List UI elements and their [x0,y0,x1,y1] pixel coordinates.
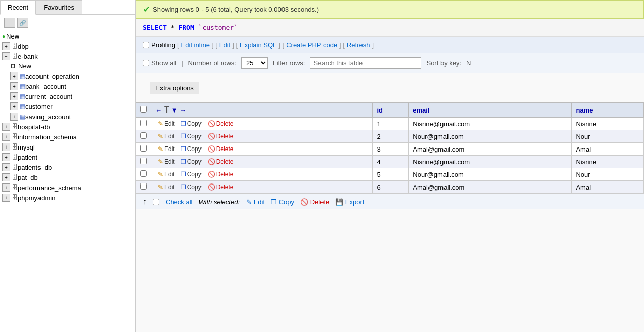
explain-sql-link[interactable]: Explain SQL [240,41,276,49]
footer-delete-link[interactable]: 🚫 Delete [300,198,329,206]
edit-button[interactable]: ✎ Edit [155,132,177,140]
copy-button[interactable]: ❒ Copy [178,120,204,128]
th-name[interactable]: name [572,103,644,118]
delete-button[interactable]: 🚫 Delete [205,183,236,191]
row-checkbox-cell [136,181,151,194]
table-row: ✎ Edit ❒ Copy 🚫 Delete 2 Nour@gmail.com … [136,130,644,143]
th-id[interactable]: id [373,103,409,118]
sidebar-item-patient[interactable]: + 🗄 patient [0,152,135,162]
toggle-icon[interactable]: + [2,173,10,181]
success-icon: ✔ [143,5,150,14]
row-checkbox[interactable] [140,132,147,139]
row-checkbox-cell [136,130,151,143]
collapse-tool-button[interactable]: − [4,18,15,28]
toggle-icon[interactable]: + [2,153,10,161]
create-php-code-link[interactable]: Create PHP code [286,41,337,49]
row-checkbox[interactable] [140,120,147,126]
row-checkbox[interactable] [140,183,147,190]
copy-button[interactable]: ❒ Copy [178,170,204,178]
toggle-icon[interactable]: + [2,183,10,192]
copy-button[interactable]: ❒ Copy [178,132,204,140]
sidebar-item-label: New [6,32,19,40]
delete-button[interactable]: 🚫 Delete [205,120,236,128]
main-content: ✔ Showing rows 0 - 5 (6 total, Query too… [136,0,644,332]
copy-button[interactable]: ❒ Copy [178,183,204,191]
cell-name: Nour [572,168,644,181]
sidebar-item-new-top[interactable]: ● New [0,31,135,41]
toggle-icon[interactable]: + [10,113,18,121]
num-rows-select[interactable]: 25 50 100 250 500 [242,57,268,69]
th-email[interactable]: email [409,103,572,118]
footer-copy-link[interactable]: ❒ Copy [271,198,294,206]
edit-inline-link[interactable]: Edit inline [181,41,210,49]
toggle-icon[interactable]: + [2,123,10,131]
sidebar-item-account-operation[interactable]: + ▦ account_operation [0,71,135,81]
sidebar-item-dbp[interactable]: + 🗄 dbp [0,41,135,51]
sidebar-item-new-ebank[interactable]: 🗓 New [0,61,135,71]
profiling-checkbox[interactable] [143,42,149,48]
sidebar-item-performance-schema[interactable]: + 🗄 performance_schema [0,182,135,193]
toggle-icon[interactable]: + [10,92,18,100]
edit-button[interactable]: ✎ Edit [155,145,177,153]
edit-button[interactable]: ✎ Edit [155,120,177,128]
row-checkbox[interactable] [140,158,147,164]
delete-button[interactable]: 🚫 Delete [205,132,236,140]
edit-button[interactable]: ✎ Edit [155,183,177,191]
delete-button[interactable]: 🚫 Delete [205,170,236,178]
copy-button[interactable]: ❒ Copy [178,145,204,153]
tab-recent[interactable]: Recent [0,0,36,15]
copy-button[interactable]: ❒ Copy [178,158,204,166]
toggle-icon[interactable]: + [2,194,10,202]
sidebar-item-label: performance_schema [18,184,82,192]
edit-button[interactable]: ✎ Edit [155,170,177,178]
toggle-icon[interactable]: + [10,82,18,90]
sidebar-item-ebank[interactable]: − 🗄 e-bank [0,51,135,61]
toggle-icon[interactable]: + [10,72,18,80]
sidebar-item-information-schema[interactable]: + 🗄 information_schema [0,132,135,142]
sidebar-item-bank-account[interactable]: + ▦ bank_account [0,81,135,91]
search-input[interactable] [310,57,421,69]
copy-icon: ❒ [271,198,277,206]
sidebar-item-patients-db[interactable]: + 🗄 patients_db [0,162,135,172]
sidebar-item-label: phpmyadmin [18,194,55,202]
sidebar-item-label: pat_db [18,174,38,181]
edit-button[interactable]: ✎ Edit [155,158,177,166]
delete-button[interactable]: 🚫 Delete [205,158,236,166]
check-all-footer-checkbox[interactable] [153,199,159,205]
sidebar-item-current-account[interactable]: + ▦ current_account [0,91,135,101]
sidebar-item-hospital-db[interactable]: + 🗄 hospital-db [0,122,135,132]
sidebar-item-phpmyadmin[interactable]: + 🗄 phpmyadmin [0,193,135,203]
cell-name: Nisrine [572,156,644,168]
table-row: ✎ Edit ❒ Copy 🚫 Delete 5 Nour@gmail.com … [136,168,644,181]
sidebar-item-saving-account[interactable]: + ▦ saving_account [0,112,135,122]
table-row: ✎ Edit ❒ Copy 🚫 Delete 3 Amal@gmail.com … [136,143,644,156]
toggle-icon[interactable]: + [2,143,10,151]
show-all-checkbox[interactable] [143,60,149,66]
toggle-icon[interactable]: − [2,52,10,60]
cell-email: Nour@gmail.com [409,130,572,143]
toggle-icon[interactable]: + [2,133,10,141]
link-tool-button[interactable]: 🔗 [17,18,28,28]
sidebar-item-pat-db[interactable]: + 🗄 pat_db [0,172,135,182]
footer-export-link[interactable]: 💾 Export [335,198,364,206]
row-checkbox[interactable] [140,145,147,152]
toggle-icon[interactable]: + [10,102,18,110]
db-icon: 🗄 [12,174,18,181]
sidebar-item-mysql[interactable]: + 🗄 mysql [0,142,135,152]
toggle-icon[interactable]: + [2,163,10,171]
check-all-link[interactable]: Check all [166,198,192,206]
extra-options-button[interactable]: Extra options [150,82,199,94]
tab-favourites[interactable]: Favourites [36,0,82,14]
refresh-link[interactable]: Refresh [347,41,370,49]
row-checkbox[interactable] [140,170,147,177]
footer-edit-link[interactable]: ✎ Edit [246,198,265,206]
pencil-icon: ✎ [158,171,163,178]
delete-icon: 🚫 [208,158,215,165]
database-tree: ● New + 🗄 dbp − 🗄 e-bank 🗓 New + ▦ accou… [0,31,135,203]
delete-button[interactable]: 🚫 Delete [205,145,236,153]
sidebar-item-customer[interactable]: + ▦ customer [0,101,135,112]
toggle-icon[interactable]: + [2,42,10,50]
delete-label: Delete [216,120,234,127]
select-all-checkbox[interactable] [140,106,147,113]
edit-link[interactable]: Edit [219,41,230,49]
